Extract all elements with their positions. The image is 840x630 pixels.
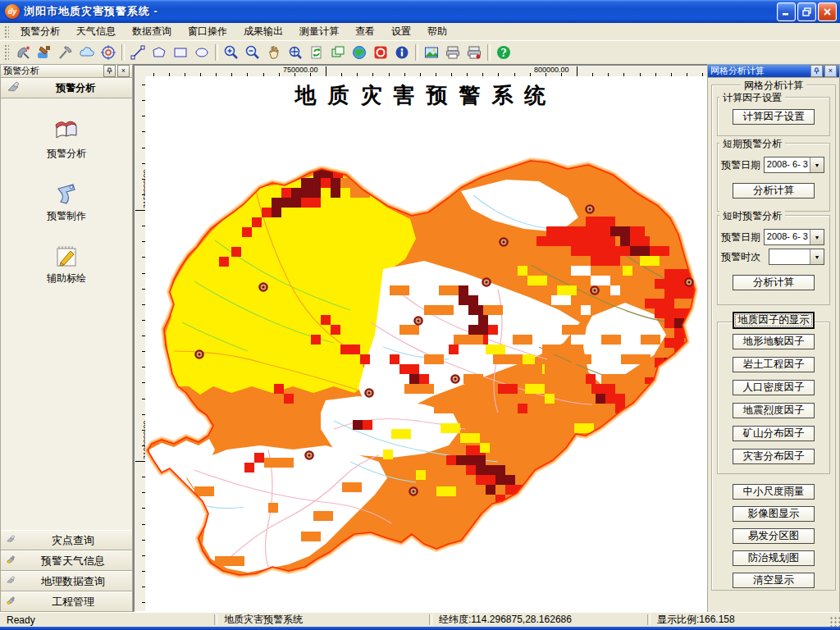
help-icon[interactable]: ?	[494, 43, 514, 62]
menu-item-1[interactable]: 天气信息	[68, 23, 124, 40]
toolbar: ?	[0, 40, 840, 63]
menu-item-7[interactable]: 设置	[383, 23, 419, 40]
factor-button-2[interactable]: 人口密度因子	[733, 380, 815, 395]
hazard-map[interactable]	[145, 76, 705, 611]
station-marker[interactable]	[414, 317, 422, 324]
globe-icon[interactable]	[349, 43, 369, 62]
zoom-extent-icon[interactable]	[285, 43, 305, 62]
bottom-bar-3[interactable]: 工程管理	[1, 591, 132, 612]
pin-icon[interactable]	[103, 65, 116, 77]
menu-item-3[interactable]: 窗口操作	[180, 23, 235, 40]
short-term-analyze-button[interactable]: 分析计算	[733, 183, 815, 199]
station-marker[interactable]	[591, 286, 598, 294]
print-icon[interactable]	[443, 43, 463, 62]
station-marker[interactable]	[500, 238, 507, 245]
station-marker[interactable]	[409, 487, 417, 495]
horizontal-ruler: 750000.00800000.00	[145, 66, 707, 77]
toolbar-separator	[415, 44, 418, 61]
zoom-in-icon[interactable]	[221, 43, 241, 62]
factor-button-5[interactable]: 灾害分布因子	[733, 449, 815, 464]
menu-item-2[interactable]: 数据查询	[124, 23, 180, 40]
bottom-bar-label: 预警天气信息	[19, 554, 127, 568]
station-marker[interactable]	[451, 375, 459, 382]
map-canvas[interactable]: 地质灾害预警系统	[145, 76, 707, 611]
zoom-out-icon[interactable]	[243, 43, 262, 62]
image-icon[interactable]	[422, 43, 441, 62]
short-term-legend: 短期预警分析	[719, 137, 785, 151]
factor-button-3[interactable]: 地震烈度因子	[733, 403, 815, 418]
factor-button-1[interactable]: 岩土工程因子	[733, 357, 815, 372]
sidebar-item-1[interactable]: 预警制作	[47, 179, 86, 223]
station-marker[interactable]	[365, 389, 372, 396]
nowcast-analyze-button[interactable]: 分析计算	[733, 275, 815, 290]
line-tool-icon[interactable]	[128, 43, 148, 62]
station-marker[interactable]	[586, 205, 593, 212]
rect-tool-icon[interactable]	[171, 43, 190, 62]
extra-button-3[interactable]: 防治规划图	[733, 550, 815, 566]
sidebar-item-2[interactable]: 辅助标绘	[47, 241, 86, 285]
extra-button-2[interactable]: 易发分区图	[733, 528, 815, 544]
bottom-bar-0[interactable]: 灾点查询	[1, 530, 132, 550]
toolbar-grip[interactable]	[3, 43, 9, 62]
print-report-icon[interactable]	[464, 43, 484, 62]
tool-icon	[52, 179, 81, 207]
status-bar: Ready 地质灾害预警系统 经纬度:114.296875,28.162686 …	[0, 612, 840, 627]
info-icon[interactable]	[392, 43, 412, 62]
layers-icon[interactable]	[328, 43, 348, 62]
bottom-bar-1[interactable]: 预警天气信息	[1, 550, 132, 571]
factor-settings-button[interactable]: 计算因子设置	[733, 109, 815, 125]
close-panel-icon[interactable]: ×	[824, 65, 837, 77]
restore-button[interactable]	[797, 2, 816, 21]
station-marker[interactable]	[685, 278, 692, 285]
station-marker[interactable]	[305, 451, 313, 459]
refresh-icon[interactable]	[307, 43, 326, 62]
close-panel-icon[interactable]: ×	[117, 65, 130, 77]
chevron-down-icon[interactable]: ▼	[810, 230, 824, 244]
geo-factor-display-button[interactable]: 地质因子的显示	[733, 312, 815, 329]
factor-button-4[interactable]: 矿山分布因子	[733, 426, 815, 441]
pick-icon[interactable]	[56, 43, 75, 62]
menu-item-8[interactable]: 帮助	[419, 23, 455, 40]
nowcast-time-combo[interactable]: ▼	[769, 249, 824, 265]
bottom-bar-2[interactable]: 地理数据查询	[1, 571, 132, 591]
pan-icon[interactable]	[264, 43, 284, 62]
vertical-ruler: 3150000.003100000.00	[135, 76, 146, 611]
minimize-button[interactable]	[777, 2, 796, 21]
app-logo-icon: dy	[5, 4, 20, 19]
window-title: 浏阳市地质灾害预警系统 -	[24, 4, 158, 19]
menu-item-5[interactable]: 测量计算	[291, 23, 347, 40]
extra-button-0[interactable]: 中小尺度雨量	[733, 484, 815, 500]
chevron-down-icon[interactable]: ▼	[810, 158, 824, 172]
status-coordinates: 经纬度:114.296875,28.162686	[432, 613, 647, 627]
station-marker[interactable]	[259, 283, 267, 290]
extra-button-1[interactable]: 影像图显示	[733, 506, 815, 522]
menu-item-4[interactable]: 成果输出	[235, 23, 291, 40]
status-doc-name: 地质灾害预警系统	[217, 613, 429, 627]
short-term-date-combo[interactable]: 2008- 6- 3 ▼	[764, 157, 824, 173]
factor-button-0[interactable]: 地形地貌因子	[733, 334, 815, 349]
station-marker[interactable]	[195, 350, 203, 358]
menu-item-6[interactable]: 查看	[347, 23, 383, 40]
toolbar-separator	[215, 44, 218, 61]
factor-frame-legend: 计算因子设置	[719, 91, 785, 105]
section-header[interactable]: 预警分析	[1, 78, 132, 98]
chevron-down-icon[interactable]: ▼	[810, 249, 824, 264]
sidebar-item-label: 预警分析	[47, 147, 86, 161]
nowcast-date-combo[interactable]: 2008- 6- 3 ▼	[764, 229, 824, 245]
menu-item-0[interactable]: 预警分析	[12, 23, 68, 40]
target-icon[interactable]	[98, 43, 118, 62]
menu-grip[interactable]	[3, 25, 9, 39]
resize-grip[interactable]	[829, 616, 840, 627]
station-marker[interactable]	[482, 278, 490, 285]
pin-icon[interactable]	[810, 65, 823, 77]
radar-icon[interactable]	[13, 43, 33, 62]
ellipse-tool-icon[interactable]	[192, 43, 212, 62]
factor-settings-frame: 计算因子设置 计算因子设置	[717, 97, 830, 136]
record-icon[interactable]	[371, 43, 390, 62]
hammer-icon[interactable]	[34, 43, 54, 62]
sidebar-item-0[interactable]: 预警分析	[47, 116, 86, 161]
extra-button-4[interactable]: 清空显示	[733, 573, 815, 588]
close-button[interactable]	[818, 2, 837, 21]
cloud-icon[interactable]	[77, 43, 97, 62]
polygon-tool-icon[interactable]	[149, 43, 169, 62]
